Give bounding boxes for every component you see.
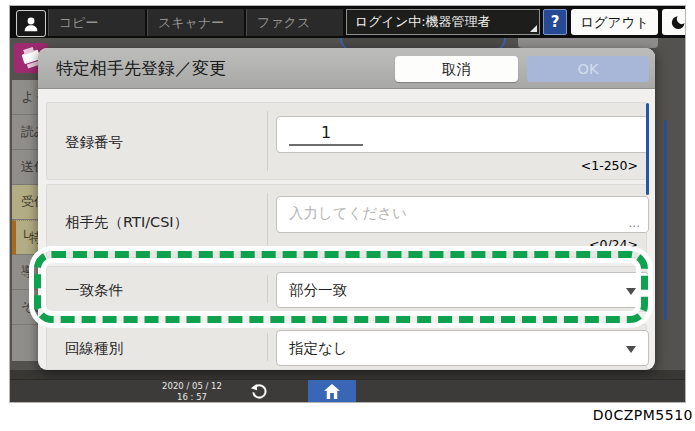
login-status-label: ログイン中:機器管理者 (355, 14, 491, 29)
background-gray-button (518, 38, 658, 48)
energy-saver-button[interactable] (662, 9, 685, 35)
line-type-dropdown[interactable]: 指定なし (276, 330, 649, 366)
row-match-condition: 一致条件 部分一致 (46, 266, 647, 312)
dialog-header: 特定相手先登録／変更 取消 OK (38, 48, 655, 89)
match-condition-value: 部分一致 (289, 282, 347, 298)
destination-placeholder: 入力してください (289, 204, 648, 223)
top-bar: コピー スキャナー ファクス ログイン中:機器管理者 ? ログアウト (10, 6, 685, 38)
back-arrow-icon (249, 383, 268, 400)
time-label: 16 : 57 (160, 392, 224, 403)
help-button[interactable]: ? (543, 9, 567, 35)
ok-button-disabled[interactable]: OK (527, 56, 649, 82)
back-button[interactable] (243, 380, 273, 402)
home-icon (323, 383, 341, 400)
person-icon (22, 15, 40, 33)
moon-icon (670, 14, 686, 31)
tab-fax[interactable]: ファクス (246, 9, 343, 36)
dimmed-background: よく 読み 送信 受信 └特 導 その 特定相手先登録／変更 取消 OK (10, 38, 685, 379)
tab-copy[interactable]: コピー (48, 9, 145, 36)
background-bottom-strip (10, 370, 685, 379)
registration-number-range: <1-250> (581, 158, 638, 173)
row-divider (267, 333, 268, 361)
match-condition-dropdown[interactable]: 部分一致 (276, 272, 649, 308)
login-status-dropdown[interactable]: ログイン中:機器管理者 (346, 9, 540, 35)
row-registration-number: 登録番号 1 <1-250> (46, 102, 647, 180)
row-divider (267, 111, 268, 171)
dialog-scrollbar[interactable] (646, 103, 649, 195)
row-line-type: 回線種別 指定なし (46, 324, 647, 370)
tab-scanner[interactable]: スキャナー (147, 9, 244, 36)
row-divider (267, 275, 268, 303)
background-scrollbar[interactable] (664, 120, 667, 320)
match-condition-label: 一致条件 (65, 281, 123, 300)
row-destination: 相手先（RTI/CSI） 入力してください ... <0/24> (46, 184, 647, 258)
home-button[interactable] (308, 380, 356, 402)
bottom-bar: 2020 / 05 / 12 16 : 57 (10, 379, 685, 402)
line-type-value: 指定なし (289, 340, 348, 356)
ellipsis-icon: ... (629, 216, 640, 230)
special-sender-dialog: 特定相手先登録／変更 取消 OK 登録番号 1 <1-250> 相手先（RT (38, 48, 655, 370)
logout-button[interactable]: ログアウト (571, 9, 658, 35)
datetime-display: 2020 / 05 / 12 16 : 57 (160, 381, 224, 402)
registration-number-input[interactable]: 1 (276, 116, 649, 153)
registration-number-label: 登録番号 (65, 133, 123, 152)
destination-label: 相手先（RTI/CSI） (65, 213, 188, 232)
corner-triangle-icon (530, 25, 537, 32)
destination-input[interactable]: 入力してください ... (276, 196, 649, 233)
chevron-down-icon (626, 288, 636, 295)
device-screen: コピー スキャナー ファクス ログイン中:機器管理者 ? ログアウト (10, 6, 685, 402)
row-divider (267, 193, 268, 249)
destination-range: <0/24> (589, 237, 638, 252)
figure-reference-code: D0CZPM5510 (593, 407, 693, 423)
dialog-title: 特定相手先登録／変更 (56, 48, 226, 88)
cancel-button[interactable]: 取消 (395, 56, 518, 82)
registration-number-value: 1 (289, 123, 363, 146)
user-button[interactable] (16, 10, 46, 37)
screenshot-page: コピー スキャナー ファクス ログイン中:機器管理者 ? ログアウト (0, 0, 695, 431)
line-type-label: 回線種別 (65, 339, 123, 358)
chevron-down-icon (626, 346, 636, 353)
date-label: 2020 / 05 / 12 (160, 381, 224, 392)
